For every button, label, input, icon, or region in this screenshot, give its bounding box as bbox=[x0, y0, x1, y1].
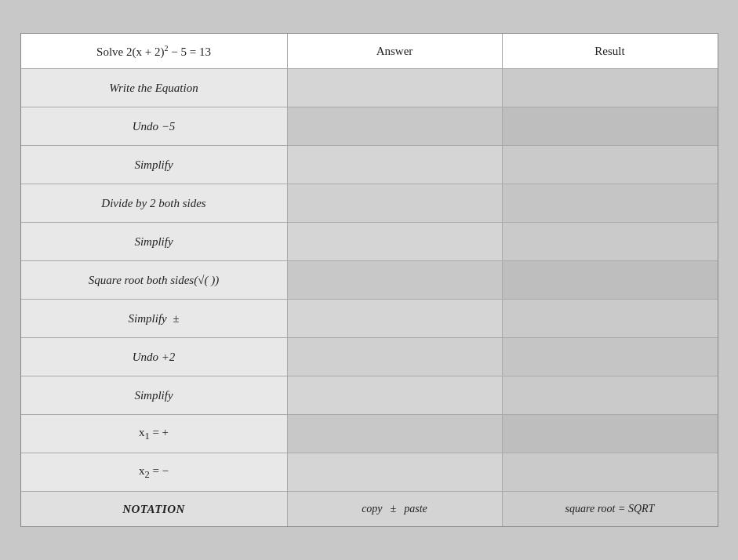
main-table: Solve 2(x + 2)2 − 5 = 13 Answer Result W… bbox=[20, 33, 718, 527]
sqrt-notation-label: square root = SQRT bbox=[565, 503, 655, 515]
result-cell[interactable] bbox=[503, 376, 718, 414]
pm-separator: ± bbox=[391, 503, 397, 515]
answer-cell[interactable] bbox=[288, 453, 503, 491]
result-cell[interactable] bbox=[503, 338, 718, 376]
step-label: Simplify bbox=[21, 146, 288, 184]
header-col2: Answer bbox=[288, 34, 503, 68]
step-label: x2 = − bbox=[21, 453, 288, 491]
step-label: x1 = + bbox=[21, 415, 288, 453]
answer-cell[interactable] bbox=[288, 107, 503, 145]
answer-cell[interactable] bbox=[288, 415, 503, 453]
answer-cell[interactable] bbox=[288, 376, 503, 414]
answer-cell[interactable] bbox=[288, 184, 503, 222]
result-cell[interactable] bbox=[503, 146, 718, 184]
result-cell[interactable] bbox=[503, 223, 718, 260]
result-cell[interactable] bbox=[503, 453, 718, 491]
answer-cell[interactable] bbox=[288, 300, 503, 337]
step-label: Undo +2 bbox=[21, 338, 288, 376]
step-label: Simplify bbox=[21, 223, 288, 260]
answer-cell[interactable] bbox=[288, 338, 503, 376]
table-row: Write the Equation bbox=[21, 69, 718, 107]
table-row: Simplify bbox=[21, 223, 718, 261]
answer-cell[interactable] bbox=[288, 223, 503, 260]
step-label: Divide by 2 both sides bbox=[21, 184, 288, 222]
paste-button[interactable]: paste bbox=[404, 503, 427, 515]
result-cell[interactable] bbox=[503, 300, 718, 337]
equation-title: Solve 2(x + 2)2 − 5 = 13 bbox=[96, 44, 211, 59]
step-label: Undo −5 bbox=[21, 107, 288, 145]
footer-result-cell: square root = SQRT bbox=[503, 492, 718, 526]
result-cell[interactable] bbox=[503, 184, 718, 222]
step-label: Simplify ± bbox=[21, 300, 288, 337]
notation-cell: NOTATION bbox=[21, 492, 288, 526]
notation-label: NOTATION bbox=[122, 503, 184, 516]
result-cell[interactable] bbox=[503, 107, 718, 145]
table-row: Undo −5 bbox=[21, 107, 718, 146]
footer-row: NOTATION copy ± paste square root = SQRT bbox=[21, 492, 718, 526]
step-label: Write the Equation bbox=[21, 69, 288, 107]
answer-cell[interactable] bbox=[288, 261, 503, 299]
step-label: Square root both sides(√( )) bbox=[21, 261, 288, 299]
header-answer-label: Answer bbox=[376, 45, 413, 58]
table-row: Simplify bbox=[21, 376, 718, 415]
header-result-label: Result bbox=[594, 45, 624, 58]
table-row: x1 = + bbox=[21, 415, 718, 453]
header-col1: Solve 2(x + 2)2 − 5 = 13 bbox=[21, 34, 288, 68]
step-label: Simplify bbox=[21, 376, 288, 414]
table-row: Divide by 2 both sides bbox=[21, 184, 718, 223]
result-cell[interactable] bbox=[503, 69, 718, 107]
header-col3: Result bbox=[503, 34, 718, 68]
footer-answer-cell: copy ± paste bbox=[288, 492, 503, 526]
table-row: Square root both sides(√( )) bbox=[21, 261, 718, 300]
result-cell[interactable] bbox=[503, 415, 718, 453]
header-row: Solve 2(x + 2)2 − 5 = 13 Answer Result bbox=[21, 34, 718, 69]
table-row: Simplify ± bbox=[21, 300, 718, 338]
result-cell[interactable] bbox=[503, 261, 718, 299]
answer-cell[interactable] bbox=[288, 69, 503, 107]
table-row: Undo +2 bbox=[21, 338, 718, 376]
copy-button[interactable]: copy bbox=[362, 503, 382, 515]
answer-cell[interactable] bbox=[288, 146, 503, 184]
table-row: Simplify bbox=[21, 146, 718, 184]
table-row: x2 = − bbox=[21, 453, 718, 492]
